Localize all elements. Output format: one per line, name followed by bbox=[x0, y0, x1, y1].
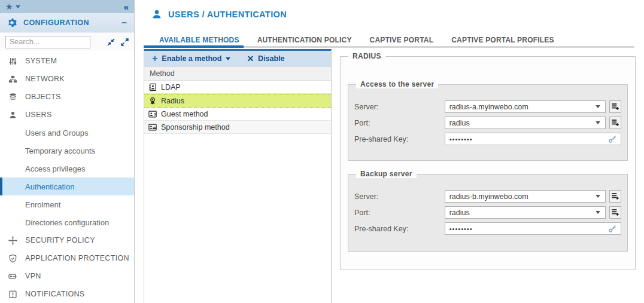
sidebar-topbar: ★ « bbox=[0, 0, 134, 13]
search-input[interactable] bbox=[5, 36, 90, 48]
guest-icon: ? bbox=[148, 110, 157, 118]
sidebar-item-vpn[interactable]: VPN bbox=[0, 267, 134, 285]
x-icon: ✕ bbox=[247, 54, 254, 63]
collapse-all-icon[interactable] bbox=[107, 38, 115, 46]
user-icon bbox=[8, 110, 18, 120]
main-content: USERS / AUTHENTICATION AVAILABLE METHODS… bbox=[135, 0, 644, 303]
expand-all-icon[interactable] bbox=[121, 38, 129, 46]
add-object-button[interactable] bbox=[609, 117, 621, 129]
sidebar-item-application-protection[interactable]: APPLICATION PROTECTION bbox=[0, 249, 134, 267]
add-object-icon bbox=[611, 103, 619, 111]
vpn-tunnel-icon bbox=[8, 271, 18, 281]
sidebar-item-access-privileges[interactable]: Access privileges bbox=[0, 160, 134, 177]
add-object-button[interactable] bbox=[609, 100, 621, 113]
server-field-row: Server: radius-b.myinwebo.com bbox=[354, 190, 621, 203]
tab-strip: AVAILABLE METHODS AUTHENTICATION POLICY … bbox=[159, 36, 554, 44]
sidebar-item-notifications[interactable]: NOTIFICATIONS bbox=[0, 285, 134, 303]
tab-authentication-policy[interactable]: AUTHENTICATION POLICY bbox=[257, 36, 352, 44]
sidebar-item-temporary-accounts[interactable]: Temporary accounts bbox=[0, 142, 134, 160]
sliders-icon bbox=[8, 56, 18, 66]
sidebar-item-enrolment[interactable]: Enrolment bbox=[0, 195, 134, 213]
server-input[interactable]: radius-a.myinwebo.com bbox=[445, 100, 606, 113]
sidebar-menu: SYSTEM NETWORK OBJECTS USERS User bbox=[0, 51, 134, 303]
key-icon[interactable] bbox=[607, 224, 618, 233]
backup-port-input[interactable]: radius bbox=[445, 206, 606, 219]
radius-settings-panel: RADIUS Access to the server Server: radi… bbox=[340, 56, 636, 270]
radius-legend: RADIUS bbox=[348, 52, 385, 60]
method-row-ldap[interactable]: LDAP bbox=[144, 81, 331, 94]
address-book-icon bbox=[148, 83, 157, 91]
sidebar-item-users[interactable]: USERS bbox=[0, 106, 134, 124]
move-crosshair-icon bbox=[8, 235, 18, 246]
dropdown-caret-icon[interactable] bbox=[594, 121, 602, 124]
plus-icon: + bbox=[152, 54, 157, 63]
page-header: USERS / AUTHENTICATION bbox=[151, 9, 287, 20]
tab-strip-divider bbox=[244, 46, 634, 48]
certificate-icon bbox=[148, 97, 157, 105]
backup-server-input[interactable]: radius-b.myinwebo.com bbox=[445, 190, 606, 203]
server-field-row: Server: radius-a.myinwebo.com bbox=[354, 100, 621, 113]
preshared-key-field-row: Pre-shared Key: •••••••• bbox=[354, 133, 621, 145]
backup-server-group: Backup server Server: radius-b.myinwebo.… bbox=[348, 174, 628, 252]
access-to-server-legend: Access to the server bbox=[356, 80, 438, 88]
shield-icon bbox=[8, 253, 18, 264]
sponsorship-icon bbox=[148, 123, 157, 131]
sidebar-item-network[interactable]: NETWORK bbox=[0, 70, 134, 88]
sidebar-item-security-policy[interactable]: SECURITY POLICY bbox=[0, 231, 134, 249]
methods-toolbar: + Enable a method ✕ Disable bbox=[144, 51, 331, 66]
sidebar: ★ « CONFIGURATION – bbox=[0, 0, 135, 303]
dropdown-caret-icon[interactable] bbox=[594, 211, 602, 214]
method-column-header[interactable]: Method bbox=[144, 66, 331, 81]
tab-captive-portal-profiles[interactable]: CAPTIVE PORTAL PROFILES bbox=[451, 36, 554, 44]
dropdown-caret-icon[interactable] bbox=[594, 195, 602, 198]
sidebar-item-authentication[interactable]: Authentication bbox=[0, 177, 134, 195]
sidebar-item-objects[interactable]: OBJECTS bbox=[0, 88, 134, 106]
chevron-down-icon bbox=[226, 57, 230, 60]
methods-panel: + Enable a method ✕ Disable Method LDAP bbox=[144, 49, 332, 303]
favorites-caret-icon[interactable] bbox=[16, 5, 20, 8]
configuration-section-header[interactable]: CONFIGURATION – bbox=[0, 13, 134, 33]
svg-text:?: ? bbox=[154, 112, 156, 116]
database-icon bbox=[8, 92, 18, 102]
alert-icon bbox=[8, 289, 18, 299]
sidebar-search-row bbox=[0, 33, 134, 51]
network-icon bbox=[8, 74, 18, 84]
port-field-row: Port: radius bbox=[354, 206, 621, 219]
disable-button[interactable]: ✕ Disable bbox=[247, 54, 284, 63]
backup-server-legend: Backup server bbox=[356, 170, 417, 178]
sidebar-item-directories-configuration[interactable]: Directories configuration bbox=[0, 213, 134, 231]
add-object-button[interactable] bbox=[609, 190, 621, 203]
key-icon[interactable] bbox=[607, 134, 618, 143]
page-title: USERS / AUTHENTICATION bbox=[168, 10, 287, 19]
users-header-icon bbox=[151, 9, 162, 20]
active-tab-underline bbox=[144, 45, 244, 48]
preshared-key-input[interactable]: •••••••• bbox=[445, 133, 621, 145]
add-object-button[interactable] bbox=[609, 206, 621, 219]
gear-icon bbox=[7, 18, 17, 27]
collapse-sidebar-icon[interactable]: « bbox=[124, 2, 129, 12]
backup-preshared-key-input[interactable]: •••••••• bbox=[445, 222, 621, 235]
port-field-row: Port: radius bbox=[354, 117, 621, 129]
add-object-icon bbox=[611, 209, 619, 216]
port-input[interactable]: radius bbox=[445, 117, 606, 129]
configuration-label: CONFIGURATION bbox=[23, 19, 89, 27]
add-object-icon bbox=[611, 119, 619, 127]
sidebar-item-users-and-groups[interactable]: Users and Groups bbox=[0, 124, 134, 142]
sidebar-item-system[interactable]: SYSTEM bbox=[0, 52, 134, 70]
method-row-guest[interactable]: ? Guest method bbox=[144, 108, 331, 121]
method-row-sponsorship[interactable]: Sponsorship method bbox=[144, 121, 331, 134]
add-object-icon bbox=[611, 192, 619, 200]
favorites-star-icon[interactable]: ★ bbox=[5, 2, 13, 11]
tab-available-methods[interactable]: AVAILABLE METHODS bbox=[159, 36, 239, 44]
collapse-section-icon[interactable]: – bbox=[121, 17, 127, 28]
preshared-key-field-row: Pre-shared Key: •••••••• bbox=[354, 222, 621, 235]
tab-captive-portal[interactable]: CAPTIVE PORTAL bbox=[370, 36, 434, 44]
enable-method-button[interactable]: + Enable a method bbox=[152, 54, 230, 63]
dropdown-caret-icon[interactable] bbox=[594, 105, 602, 108]
access-to-server-group: Access to the server Server: radius-a.my… bbox=[348, 84, 628, 161]
app-root: ★ « CONFIGURATION – bbox=[0, 0, 644, 303]
method-row-radius[interactable]: Radius bbox=[144, 94, 331, 108]
